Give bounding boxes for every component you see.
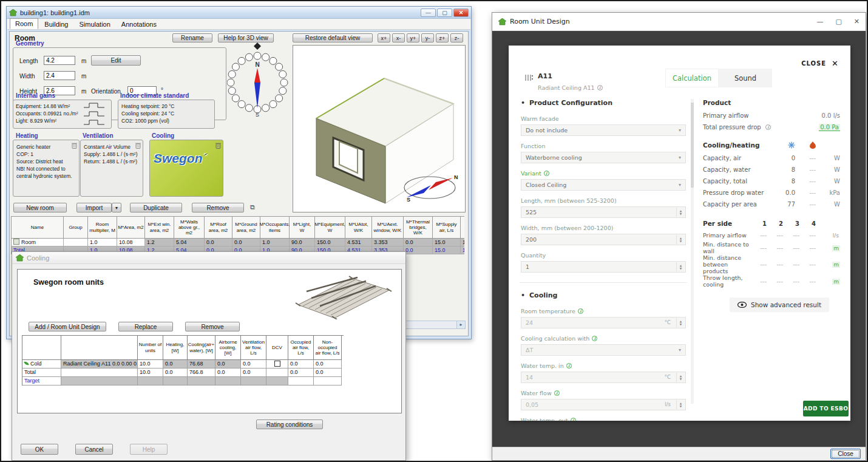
- column-header[interactable]: M*Light, W: [290, 217, 315, 239]
- table-cell[interactable]: [138, 377, 163, 386]
- stepper-icon[interactable]: ▲▼: [676, 235, 685, 244]
- menu-tab[interactable]: Simulation: [74, 19, 115, 29]
- table-cell[interactable]: Room: [12, 239, 64, 246]
- table-cell[interactable]: 0.0: [205, 239, 232, 246]
- form-scrollbar[interactable]: [691, 99, 694, 404]
- info-icon[interactable]: i: [544, 171, 549, 176]
- table-cell[interactable]: 3.353: [372, 239, 404, 246]
- rating-conditions-button[interactable]: Rating conditions: [256, 420, 323, 429]
- close-icon[interactable]: ✕: [453, 8, 469, 17]
- warm-facade-select[interactable]: Do not include ▾: [521, 124, 686, 136]
- width-stepper[interactable]: 200 ▲▼: [521, 234, 686, 245]
- maximize-icon[interactable]: ▢: [437, 8, 452, 17]
- column-header[interactable]: M*Ground area, m2: [232, 217, 260, 239]
- cancel-button[interactable]: Cancel: [75, 444, 113, 455]
- column-header[interactable]: Room multiplier, M: [88, 217, 117, 239]
- scroll-right-icon[interactable]: ▸: [456, 321, 465, 328]
- close-window-button[interactable]: Close: [830, 449, 861, 459]
- minimize-icon[interactable]: —: [421, 8, 436, 17]
- menu-tab[interactable]: Room: [10, 18, 38, 29]
- table-cell[interactable]: 0.0: [288, 360, 314, 369]
- ventilation-box[interactable]: Constant Air VolumeSupply: 1.488 L / (s·…: [80, 140, 143, 197]
- table-cell[interactable]: 0.0: [163, 360, 188, 369]
- stepper-icon[interactable]: ▲▼: [676, 318, 685, 327]
- popout-icon[interactable]: ⧉: [250, 203, 255, 211]
- table-cell[interactable]: 10.08: [117, 239, 145, 246]
- axis-view-button[interactable]: x+: [378, 33, 390, 42]
- ok-button[interactable]: OK: [21, 444, 58, 455]
- info-icon[interactable]: i: [566, 363, 572, 369]
- table-cell[interactable]: 0.0: [404, 239, 433, 246]
- tab-calculation[interactable]: Calculation: [665, 69, 719, 87]
- restore-default-view-button[interactable]: Restore default view: [293, 33, 373, 42]
- remove-button[interactable]: Remove: [192, 203, 244, 212]
- width-input[interactable]: [44, 71, 75, 80]
- column-header[interactable]: Group: [64, 217, 88, 239]
- column-header[interactable]: Name: [12, 217, 64, 239]
- table-cell[interactable]: 1.0: [88, 239, 117, 246]
- table-cell[interactable]: [61, 377, 138, 386]
- column-header[interactable]: M*Roof area, m2: [205, 217, 232, 239]
- 3d-view[interactable]: N S: [293, 45, 466, 212]
- table-cell[interactable]: [64, 239, 88, 246]
- rooms-table[interactable]: NameGroupRoom multiplier, MM*Area, m2M*E…: [11, 216, 464, 254]
- cooling-trash-icon[interactable]: [215, 142, 221, 149]
- table-cell[interactable]: 1.0: [260, 239, 290, 246]
- table-cell[interactable]: Target: [22, 377, 61, 386]
- water-temp-in-input[interactable]: 14 °C ▲▼: [521, 372, 686, 383]
- table-cell[interactable]: 15: [461, 239, 464, 246]
- table-cell[interactable]: 15.0: [433, 239, 461, 246]
- info-icon[interactable]: i: [578, 308, 583, 314]
- table-cell[interactable]: [241, 377, 266, 386]
- dcv-checkbox[interactable]: [274, 361, 280, 367]
- table-cell[interactable]: Radiant Ceiling A11 0.0 0.00 0.00 44...: [61, 360, 138, 369]
- function-select[interactable]: Waterborne cooling ▾: [521, 152, 686, 163]
- table-cell[interactable]: [314, 377, 342, 386]
- table-cell[interactable]: [288, 377, 314, 386]
- info-icon[interactable]: i: [571, 418, 576, 421]
- scrollbar-thumb[interactable]: [691, 103, 694, 188]
- table-cell[interactable]: 0.0: [314, 360, 342, 369]
- section-product-configuration[interactable]: Product Configuration: [521, 99, 686, 107]
- stepper-icon[interactable]: ▲▼: [676, 373, 685, 382]
- menu-tab[interactable]: Annotations: [117, 19, 161, 29]
- variant-select[interactable]: Closed Ceiling ▾: [521, 179, 686, 191]
- add-to-esbo-button[interactable]: ADD TO ESBO: [803, 401, 849, 416]
- room-temperature-input[interactable]: 24 °C ▲▼: [521, 317, 686, 328]
- remove-unit-button[interactable]: Remove: [185, 322, 240, 331]
- climate-standard-box[interactable]: Heating setpoint: 20 °CCooling setpoint:…: [118, 100, 215, 129]
- info-icon[interactable]: i: [597, 85, 603, 90]
- section-cooling[interactable]: Cooling: [521, 291, 686, 299]
- stepper-icon[interactable]: ▲▼: [676, 208, 685, 217]
- table-cell[interactable]: 10.0: [138, 360, 163, 369]
- duplicate-button[interactable]: Duplicate: [130, 203, 182, 212]
- table-cell[interactable]: 5.04: [174, 239, 205, 246]
- stepper-icon[interactable]: ▲▼: [676, 400, 685, 409]
- cooling-dialog-titlebar[interactable]: Cooling: [12, 252, 405, 264]
- edit-button[interactable]: Edit: [91, 55, 141, 66]
- table-cell[interactable]: [266, 360, 288, 369]
- table-cell[interactable]: [215, 377, 241, 386]
- info-icon[interactable]: i: [765, 124, 771, 130]
- rename-button[interactable]: Rename: [172, 33, 212, 42]
- axis-view-button[interactable]: x-: [392, 33, 405, 42]
- ventilation-trash-icon[interactable]: [135, 142, 141, 149]
- column-header[interactable]: M*Thermal bridges, W/K: [404, 217, 433, 239]
- quantity-stepper[interactable]: 1 ▲▼: [521, 261, 686, 273]
- close-icon[interactable]: ✕: [854, 18, 860, 25]
- import-dropdown-icon[interactable]: ▾: [112, 203, 121, 212]
- table-cell[interactable]: 0.0: [241, 360, 266, 369]
- cooling-calculation-with-select[interactable]: ΔT ▾: [521, 344, 686, 356]
- column-header[interactable]: M*UAtot, W/K: [345, 217, 372, 239]
- close-dialog-button[interactable]: CLOSE ✕: [801, 59, 838, 68]
- table-cell[interactable]: [188, 377, 215, 386]
- table-cell[interactable]: [266, 377, 288, 386]
- heating-box[interactable]: Generic heaterCOP: 1Source: District hea…: [13, 140, 80, 197]
- table-cell[interactable]: 1.2: [145, 239, 174, 246]
- column-header[interactable]: M*Supply air, L/s: [433, 217, 461, 239]
- table-cell[interactable]: 4.531: [345, 239, 372, 246]
- column-header[interactable]: M*Ext win. area, m2: [145, 217, 174, 239]
- orientation-compass[interactable]: N S: [227, 40, 289, 120]
- column-header[interactable]: M*Area, m2: [117, 217, 145, 239]
- axis-view-button[interactable]: y+: [407, 33, 419, 42]
